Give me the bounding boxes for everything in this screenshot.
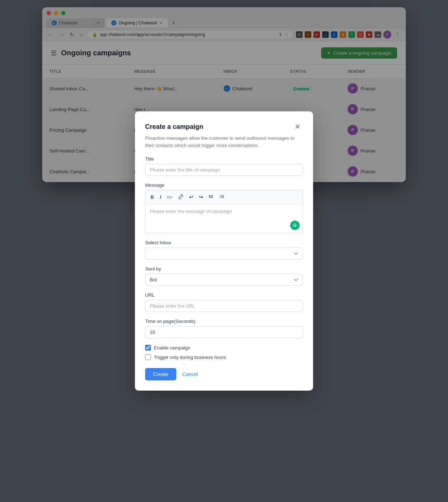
modal-close-button[interactable]: ✕ <box>292 122 303 132</box>
create-campaign-modal: Create a campaign ✕ Proactive messages a… <box>135 111 313 182</box>
modal-subtitle: Proactive messages allow the customer to… <box>145 135 303 149</box>
title-label: Title <box>145 156 303 162</box>
modal-header: Create a campaign ✕ <box>145 122 303 132</box>
title-input[interactable] <box>145 164 303 176</box>
modal-overlay[interactable]: Create a campaign ✕ Proactive messages a… <box>42 7 406 182</box>
title-form-group: Title <box>145 156 303 176</box>
app-body: ☰ Ongoing campaigns ✦ Create a ongoing c… <box>42 41 406 182</box>
browser-window: C Chatwoot ✕ C Ongoing | Chatwoot ✕ + ← … <box>42 7 406 182</box>
modal-title: Create a campaign <box>145 123 203 131</box>
